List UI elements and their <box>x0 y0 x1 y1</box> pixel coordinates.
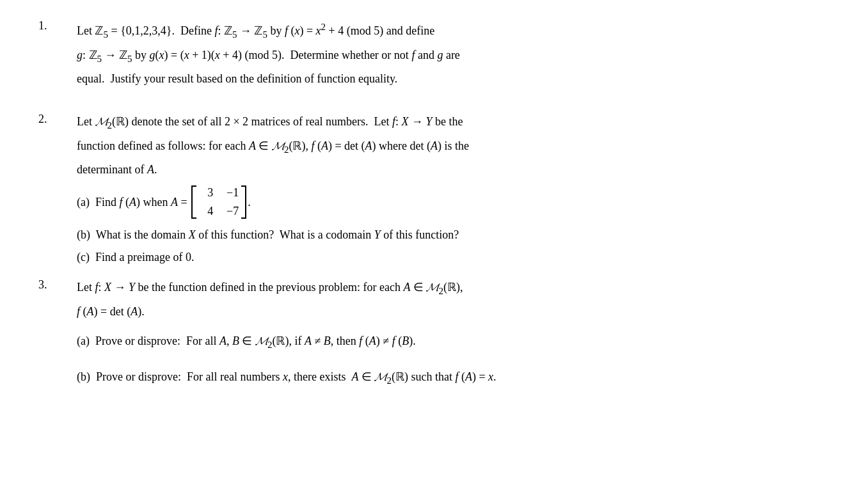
problem-1-line-3: equal. Justify your result based on the … <box>77 70 820 88</box>
problem-3-part-a: (a) Prove or disprove: For all A, B ∈ 𝓜2… <box>77 331 820 353</box>
problem-2-part-c-label: (c) Find a preimage of 0. <box>77 251 194 264</box>
problem-1-number: 1. <box>38 19 77 92</box>
problem-2-part-a-label: (a) Find f (A) when A = <box>77 193 190 212</box>
problem-3-intro-1: Let f: X → Y be the function defined in … <box>77 278 820 299</box>
matrix-cell-21: 4 <box>199 203 213 220</box>
problem-3-parts: (a) Prove or disprove: For all A, B ∈ 𝓜2… <box>77 331 820 389</box>
problem-1-content: Let ℤ5 = {0,1,2,3,4}. Define f: ℤ5 → ℤ5 … <box>77 19 820 92</box>
problem-2: 2. Let 𝓜2(ℝ) denote the set of all 2 × 2… <box>38 113 820 267</box>
problem-2-part-a: (a) Find f (A) when A = 3 −1 4 −7 . <box>77 184 820 220</box>
problem-3-part-b-text: (b) Prove or disprove: For all real numb… <box>77 367 820 389</box>
problem-3-intro-2: f (A) = det (A). <box>77 303 820 321</box>
problem-3: 3. Let f: X → Y be the function defined … <box>38 278 820 324</box>
problem-3-part-a-text: (a) Prove or disprove: For all A, B ∈ 𝓜2… <box>77 331 820 353</box>
left-bracket <box>191 185 196 219</box>
right-bracket <box>241 185 246 219</box>
problem-2-content: Let 𝓜2(ℝ) denote the set of all 2 × 2 ma… <box>77 113 820 267</box>
problem-1-line-2: g: ℤ5 → ℤ5 by g(x) = (x + 1)(x + 4) (mod… <box>77 46 820 67</box>
problem-2-number: 2. <box>38 113 77 267</box>
problem-3-part-b: (b) Prove or disprove: For all real numb… <box>77 367 820 389</box>
problem-2-intro-3: determinant of A. <box>77 161 820 179</box>
matrix-cell-11: 3 <box>199 184 213 201</box>
problem-2-intro-2: function defined as follows: for each A … <box>77 137 820 157</box>
matrix-row-2: 4 −7 <box>199 203 239 220</box>
matrix-row-1: 3 −1 <box>199 184 239 201</box>
matrix-cell-12: −1 <box>225 184 239 201</box>
problem-3-number: 3. <box>38 278 77 324</box>
problem-1-line-1: Let ℤ5 = {0,1,2,3,4}. Define f: ℤ5 → ℤ5 … <box>77 19 820 42</box>
matrix-cell-22: −7 <box>225 203 239 220</box>
problem-3-content: Let f: X → Y be the function defined in … <box>77 278 820 324</box>
problem-2-intro-1: Let 𝓜2(ℝ) denote the set of all 2 × 2 ma… <box>77 113 820 133</box>
matrix-values: 3 −1 4 −7 <box>199 184 239 220</box>
problem-2-part-a-period: . <box>248 193 251 212</box>
matrix-bracket-container: 3 −1 4 −7 <box>191 184 246 220</box>
problem-1: 1. Let ℤ5 = {0,1,2,3,4}. Define f: ℤ5 → … <box>38 19 820 92</box>
problem-2-part-c: (c) Find a preimage of 0. <box>77 248 820 267</box>
problem-2-part-b-label: (b) What is the domain X of this functio… <box>77 228 459 241</box>
problem-2-part-b: (b) What is the domain X of this functio… <box>77 225 820 245</box>
